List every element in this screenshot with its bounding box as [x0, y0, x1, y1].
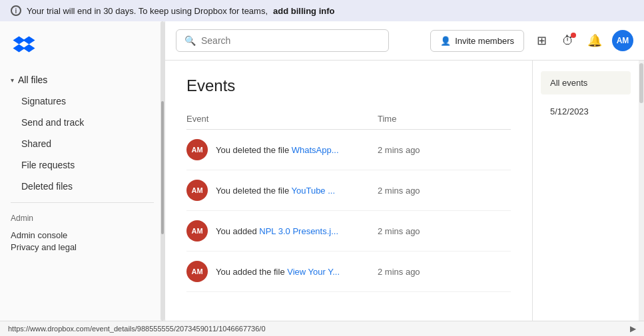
avatar: AM	[186, 220, 208, 242]
events-title: Events	[186, 77, 511, 95]
content-area: 🔍 👤 Invite members ⊞ ⏱ 🔔 AM	[165, 21, 644, 321]
avatar: AM	[186, 139, 208, 160]
sidebar: ▾ All files Signatures Send and track Sh…	[0, 21, 165, 321]
event-cell: AM You deleted the file WhatsApp...	[186, 139, 378, 160]
sidebar-scrollbar-thumb	[161, 101, 164, 234]
avatar: AM	[186, 261, 208, 282]
event-link[interactable]: YouTube ...	[292, 186, 336, 196]
info-icon: i	[11, 5, 21, 16]
sidebar-item-signatures[interactable]: Signatures	[0, 90, 164, 112]
main-content: Events Event Time AM You deleted the fil…	[165, 61, 644, 321]
event-text: You deleted the file WhatsApp...	[216, 145, 339, 155]
activity-badge	[571, 33, 576, 38]
top-header: 🔍 👤 Invite members ⊞ ⏱ 🔔 AM	[165, 21, 644, 61]
search-icon: 🔍	[184, 35, 196, 46]
event-link[interactable]: NPL 3.0 Presents.j...	[259, 226, 338, 236]
avatar[interactable]: AM	[612, 30, 633, 51]
grid-icon[interactable]: ⊞	[532, 31, 551, 50]
main-layout: ▾ All files Signatures Send and track Sh…	[0, 21, 644, 321]
event-time: 2 mins ago	[378, 145, 511, 155]
table-row: AM You deleted the file WhatsApp... 2 mi…	[186, 130, 511, 170]
event-time: 2 mins ago	[378, 267, 511, 277]
sidebar-item-shared[interactable]: Shared	[0, 133, 164, 154]
event-text: You deleted the file YouTube ...	[216, 186, 335, 196]
status-url: https://www.dropbox.com/event_details/98…	[8, 325, 266, 333]
sidebar-item-all-files[interactable]: ▾ All files	[0, 69, 164, 90]
admin-section-label: Admin	[0, 208, 164, 226]
all-events-filter[interactable]: All events	[541, 71, 631, 94]
table-row: AM You added the file View Your Y... 2 m…	[186, 252, 511, 292]
main-scrollbar-thumb	[639, 63, 643, 103]
sidebar-item-file-requests[interactable]: File requests	[0, 154, 164, 176]
trial-message: Your trial will end in 30 days. To keep …	[27, 6, 268, 16]
search-box[interactable]: 🔍	[176, 29, 389, 52]
table-row: AM You deleted the file YouTube ... 2 mi…	[186, 170, 511, 211]
bell-icon[interactable]: 🔔	[585, 31, 604, 50]
activity-icon[interactable]: ⏱	[559, 31, 577, 50]
dropbox-logo[interactable]	[11, 32, 37, 59]
invite-icon: 👤	[440, 36, 451, 46]
date-filter[interactable]: 5/12/2023	[541, 100, 631, 123]
sidebar-divider	[11, 202, 154, 203]
event-link[interactable]: View Your Y...	[287, 267, 340, 277]
event-time: 2 mins ago	[378, 226, 511, 236]
sidebar-item-deleted-files[interactable]: Deleted files	[0, 176, 164, 197]
event-cell: AM You deleted the file YouTube ...	[186, 180, 378, 201]
sidebar-scrollbar[interactable]	[161, 21, 164, 321]
event-text: You added the file View Your Y...	[216, 267, 340, 277]
sidebar-item-send-and-track[interactable]: Send and track	[0, 112, 164, 133]
status-bar: https://www.dropbox.com/event_details/98…	[0, 321, 644, 336]
invite-label: Invite members	[455, 36, 514, 46]
event-cell: AM You added NPL 3.0 Presents.j...	[186, 220, 378, 242]
status-arrow[interactable]: ▶	[630, 324, 636, 333]
event-text: You added NPL 3.0 Presents.j...	[216, 226, 338, 236]
invite-members-button[interactable]: 👤 Invite members	[430, 30, 524, 52]
header-actions: 👤 Invite members ⊞ ⏱ 🔔 AM	[430, 30, 633, 52]
events-area: Events Event Time AM You deleted the fil…	[165, 61, 532, 321]
right-panel: All events 5/12/2023	[532, 61, 639, 321]
col-time: Time	[378, 114, 511, 124]
table-row: AM You added NPL 3.0 Presents.j... 2 min…	[186, 211, 511, 252]
trial-banner: i Your trial will end in 30 days. To kee…	[0, 0, 644, 21]
events-table-header: Event Time	[186, 108, 511, 130]
sidebar-item-admin-console[interactable]: Admin consolePrivacy and legal	[0, 226, 164, 257]
search-input[interactable]	[201, 35, 380, 46]
chevron-icon: ▾	[11, 77, 14, 84]
col-event: Event	[186, 114, 378, 124]
event-cell: AM You added the file View Your Y...	[186, 261, 378, 282]
all-files-label: All files	[18, 75, 47, 85]
avatar: AM	[186, 180, 208, 201]
add-billing-link[interactable]: add billing info	[273, 6, 334, 16]
sidebar-nav: ▾ All files Signatures Send and track Sh…	[0, 64, 164, 321]
event-time: 2 mins ago	[378, 186, 511, 196]
event-link[interactable]: WhatsApp...	[292, 145, 339, 155]
main-scrollbar[interactable]	[639, 61, 644, 321]
sidebar-top	[0, 21, 164, 64]
